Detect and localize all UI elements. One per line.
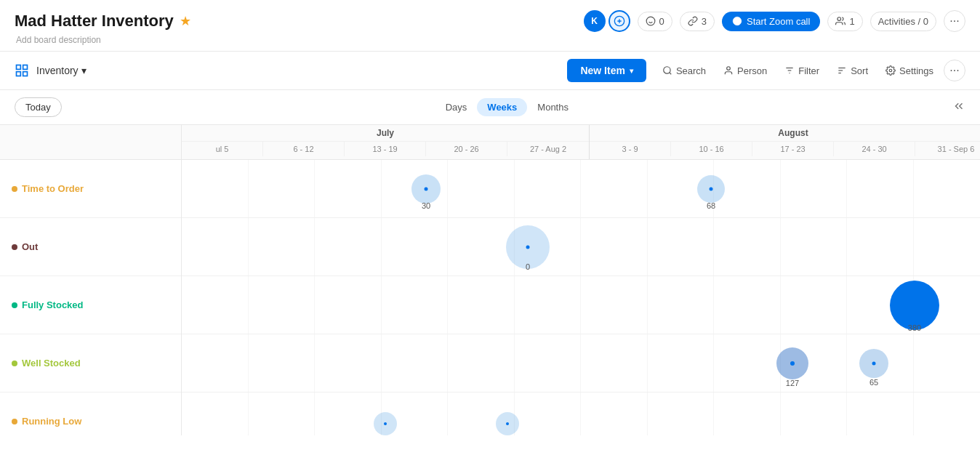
days-button[interactable]: Days xyxy=(435,98,478,116)
connections-button[interactable]: 3 xyxy=(680,12,715,31)
toolbar-right: Search Person Filter Sort Settings ··· xyxy=(655,60,965,81)
bubble xyxy=(859,349,888,378)
person-label: Person xyxy=(737,65,767,76)
row-label-running-low[interactable]: Running Low xyxy=(0,392,181,435)
july-weeks: ul 5 6 - 12 13 - 19 20 - 26 27 - Aug 2 xyxy=(182,142,589,156)
connections-count: 3 xyxy=(702,16,707,27)
timeline-nav: Today Days Weeks Months xyxy=(0,90,980,125)
avatar-icon[interactable] xyxy=(609,10,630,32)
members-button[interactable]: 1 xyxy=(827,12,862,31)
bubble xyxy=(776,347,808,379)
collapse-icon xyxy=(952,100,965,113)
august-header: August xyxy=(590,125,980,142)
dropdown-arrow-icon: ▾ xyxy=(630,67,633,75)
new-item-button[interactable]: New Item ▾ xyxy=(567,59,646,82)
bubble-dot xyxy=(384,422,387,425)
filter-label: Filter xyxy=(798,65,819,76)
week-cell: 17 - 23 xyxy=(752,142,834,156)
person-button[interactable]: Person xyxy=(716,61,774,81)
row-bg xyxy=(182,276,980,334)
board-title: Mad Hatter Inventory xyxy=(15,12,174,31)
svg-rect-10 xyxy=(23,72,28,76)
search-icon xyxy=(662,65,672,76)
bubble-label: 127 xyxy=(786,377,799,388)
svg-point-6 xyxy=(838,17,841,21)
inventory-button[interactable]: Inventory ▾ xyxy=(33,62,89,79)
row-label-text: Fully Stocked xyxy=(22,299,84,310)
row-label-well-stocked[interactable]: Well Stocked xyxy=(0,334,181,392)
settings-icon xyxy=(885,65,896,76)
week-cell: 6 - 12 xyxy=(263,142,345,156)
chart-area: July ul 5 6 - 12 13 - 19 20 - 26 27 - Au… xyxy=(182,125,980,435)
inventory-icon xyxy=(15,63,29,78)
weeks-button[interactable]: Weeks xyxy=(477,98,527,116)
bubble-dot xyxy=(526,245,530,249)
toolbar-left: Inventory ▾ xyxy=(15,62,558,79)
week-cell: 13 - 19 xyxy=(345,142,426,156)
board-description[interactable]: Add board description xyxy=(16,35,965,45)
bubble-dot xyxy=(506,422,509,425)
row-label-fully-stocked[interactable]: Fully Stocked xyxy=(0,276,181,334)
months-button[interactable]: Months xyxy=(527,98,579,116)
header-controls: K 0 3 Start Zoom call xyxy=(584,10,965,32)
avatar-group: K xyxy=(584,10,630,32)
row-label-out[interactable]: Out xyxy=(0,218,181,276)
filter-icon xyxy=(784,65,795,76)
search-button[interactable]: Search xyxy=(655,61,713,81)
row-bg xyxy=(182,218,980,275)
week-cell: 31 - Sep 6 xyxy=(915,142,980,156)
dot-icon xyxy=(12,186,17,192)
bubble-label: 68 xyxy=(707,199,715,211)
reactions-button[interactable]: 0 xyxy=(638,12,672,31)
week-cell: ul 5 xyxy=(182,142,263,156)
person-icon xyxy=(723,65,734,76)
svg-line-12 xyxy=(670,73,672,75)
members-count: 1 xyxy=(849,16,854,27)
row-labels: Time to Order Out Fully Stocked Well Sto… xyxy=(0,125,182,435)
bubble-container xyxy=(859,349,888,378)
dot-icon xyxy=(12,361,17,366)
bubble xyxy=(496,412,519,435)
july-group: July ul 5 6 - 12 13 - 19 20 - 26 27 - Au… xyxy=(182,125,590,159)
header-top: Mad Hatter Inventory ★ K 0 3 xyxy=(15,10,965,32)
svg-point-11 xyxy=(664,67,670,73)
timeline-area: Time to Order Out Fully Stocked Well Sto… xyxy=(0,125,980,435)
month-week-headers: July ul 5 6 - 12 13 - 19 20 - 26 27 - Au… xyxy=(182,125,980,160)
bubble-label: 380 xyxy=(908,321,921,333)
row-label-text: Well Stocked xyxy=(22,358,81,369)
new-item-label: New Item xyxy=(580,65,624,76)
chart-row-fully-stocked: 380 75 xyxy=(182,276,980,334)
toolbar-more-button[interactable]: ··· xyxy=(944,60,965,81)
zoom-button[interactable]: Start Zoom call xyxy=(722,12,820,31)
dot-icon xyxy=(12,302,17,308)
chart-row-time-to-order: 30 68 xyxy=(182,160,980,218)
row-bg xyxy=(182,160,980,217)
collapse-button[interactable] xyxy=(952,100,965,116)
zoom-label: Start Zoom call xyxy=(747,16,810,27)
august-group: August 3 - 9 10 - 16 17 - 23 24 - 30 31 … xyxy=(590,125,980,159)
today-button[interactable]: Today xyxy=(15,97,62,117)
sort-button[interactable]: Sort xyxy=(830,61,875,81)
dot-icon xyxy=(12,419,17,424)
settings-button[interactable]: Settings xyxy=(878,61,941,81)
filter-button[interactable]: Filter xyxy=(777,61,827,81)
bubble-container xyxy=(374,412,397,435)
chevron-down-icon: ▾ xyxy=(81,65,87,76)
avatar[interactable]: K xyxy=(584,10,606,32)
header-more-button[interactable]: ··· xyxy=(944,10,965,32)
svg-point-20 xyxy=(889,69,892,72)
week-cell: 27 - Aug 2 xyxy=(507,142,589,156)
row-label-text: Out xyxy=(22,241,38,252)
row-label-text: Time to Order xyxy=(22,183,84,194)
reactions-count: 0 xyxy=(659,16,664,27)
activities-label: Activities / 0 xyxy=(878,16,928,27)
period-toggle: Days Weeks Months xyxy=(435,98,579,116)
star-icon[interactable]: ★ xyxy=(180,13,191,29)
sort-label: Sort xyxy=(851,65,868,76)
search-label: Search xyxy=(676,65,706,76)
bubble-label: 65 xyxy=(869,376,878,387)
activities-button[interactable]: Activities / 0 xyxy=(870,12,936,31)
row-label-time-to-order[interactable]: Time to Order xyxy=(0,160,181,218)
settings-label: Settings xyxy=(899,65,933,76)
bubble-label: 0 xyxy=(526,260,530,272)
